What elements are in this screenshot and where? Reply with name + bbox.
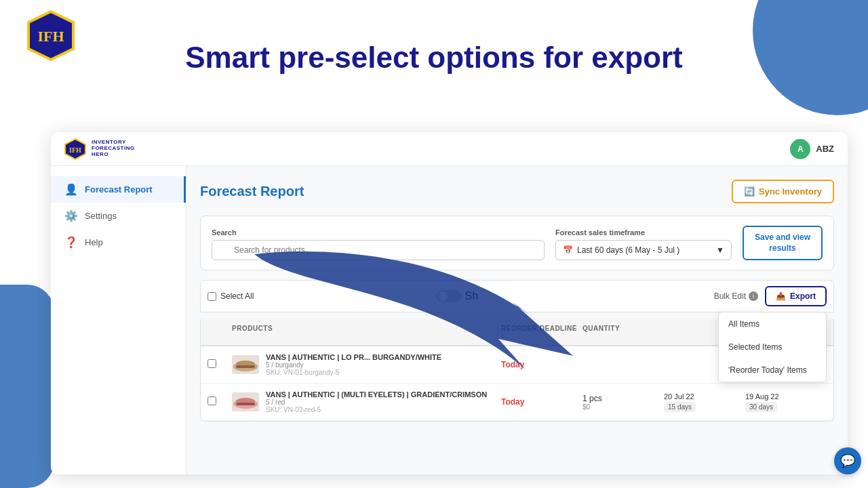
row2-name: VANS | AUTHENTIC | (MULTI EYELETS) | GRA… [266, 390, 501, 399]
app-header: IFH INVENTORY FORECASTING HERO A ABZ [51, 132, 848, 166]
row2-sku: SKU: VN-02-red-5 [266, 406, 501, 413]
table-row: VANS | AUTHENTIC | (MULTI EYELETS) | GRA… [201, 384, 833, 421]
user-name: ABZ [816, 144, 834, 154]
show-toggle[interactable] [437, 290, 461, 302]
app-logo-text: INVENTORY FORECASTING HERO [92, 140, 135, 157]
select-all-checkbox[interactable] [208, 292, 216, 301]
row2-qty: 1 pcs $0 [583, 394, 664, 411]
export-btn-label: Export [790, 291, 816, 301]
row1-checkbox[interactable] [208, 359, 216, 368]
gear-icon: ⚙️ [64, 209, 78, 222]
banner-logo: IFH [27, 10, 75, 64]
search-label: Search [212, 228, 545, 237]
timeframe-label: Forecast sales timeframe [555, 228, 732, 237]
svg-text:IFH: IFH [37, 28, 64, 45]
col-products: PRODUCTS [232, 325, 501, 340]
chevron-down-icon: ▼ [716, 245, 724, 255]
row2-reorder: Today [501, 397, 583, 407]
banner-title: Smart pre-select options for export [185, 41, 682, 75]
sidebar-item-forecast-label: Forecast Report [85, 184, 153, 195]
row2-order-date: 19 Aug 22 30 days [745, 392, 827, 412]
bulk-edit-label: Bulk Edit [714, 291, 746, 301]
chat-button[interactable]: 💬 [834, 447, 861, 474]
sidebar-item-help-label: Help [85, 237, 103, 247]
row1-name: VANS | AUTHENTIC | LO PR... BURGANDY/WHI… [266, 353, 501, 361]
app-window: IFH INVENTORY FORECASTING HERO A ABZ 👤 F… [51, 132, 848, 474]
row2-checkbox[interactable] [208, 396, 216, 405]
save-btn-line2: results [769, 243, 795, 253]
calendar-icon: 📅 [563, 245, 573, 255]
timeframe-value: Last 60 days (6 May - 5 Jul ) [577, 245, 679, 255]
toggle-wrap: Sh [437, 290, 479, 302]
help-icon: ❓ [64, 236, 78, 249]
forecast-icon: 👤 [64, 183, 78, 196]
main-content: Forecast Report 🔄 Sync Inventory Search … [186, 166, 848, 474]
sidebar: 👤 Forecast Report ⚙️ Settings ❓ Help [51, 166, 186, 474]
row2-product-details: VANS | AUTHENTIC | (MULTI EYELETS) | GRA… [266, 390, 501, 413]
row1-variant: 5 / burgandy [266, 361, 501, 369]
select-all-wrap: Select All [208, 291, 430, 301]
save-btn-line1: Save and view [755, 232, 810, 242]
row1-product-info: VANS | AUTHENTIC | LO PR... BURGANDY/WHI… [232, 353, 501, 376]
search-group: Search 🔍 [212, 228, 545, 260]
toggle-knob [438, 291, 448, 301]
user-badge: A ABZ [790, 139, 834, 159]
export-selected-items[interactable]: Selected Items [719, 336, 826, 359]
search-input[interactable] [212, 240, 545, 260]
row2-product-info: VANS | AUTHENTIC | (MULTI EYELETS) | GRA… [232, 390, 501, 413]
export-icon: 📤 [776, 291, 786, 301]
col-quantity: QUANTITY [583, 325, 664, 340]
row2-deadline: 20 Jul 22 15 days [664, 392, 745, 412]
row1-sku: SKU: VN-01-burgandy-5 [266, 369, 501, 376]
main-header: Forecast Report 🔄 Sync Inventory [200, 180, 834, 203]
app-logo: IFH INVENTORY FORECASTING HERO [64, 138, 135, 160]
info-icon: i [749, 291, 758, 301]
export-dropdown: All Items Selected Items 'Reorder Today'… [718, 312, 827, 382]
app-body: 👤 Forecast Report ⚙️ Settings ❓ Help For… [51, 166, 848, 474]
export-button[interactable]: 📤 Export [765, 286, 827, 306]
col-check [208, 325, 232, 340]
decorative-sidebar-bg [0, 285, 54, 488]
col-reorder: REORDER DEADLINE ↑ [501, 325, 583, 340]
row1-product-details: VANS | AUTHENTIC | LO PR... BURGANDY/WHI… [266, 353, 501, 376]
svg-text:IFH: IFH [69, 146, 81, 154]
sidebar-item-settings-label: Settings [85, 211, 117, 221]
sidebar-item-settings[interactable]: ⚙️ Settings [51, 203, 186, 229]
decorative-curve [746, 0, 868, 115]
export-wrap: 📤 Export All Items Selected Items 'Reord… [765, 286, 827, 306]
row2-variant: 5 / red [266, 399, 501, 406]
sync-btn-label: Sync Inventory [759, 186, 822, 197]
export-reorder-today-items[interactable]: 'Reorder Today' Items [719, 359, 826, 382]
svg-rect-6 [236, 365, 255, 368]
row1-product-img [232, 355, 259, 374]
sidebar-item-forecast[interactable]: 👤 Forecast Report [51, 176, 186, 203]
select-all-label: Select All [220, 291, 254, 301]
timeframe-group: Forecast sales timeframe 📅 Last 60 days … [555, 228, 732, 260]
row2-product-img [232, 392, 259, 411]
sync-inventory-button[interactable]: 🔄 Sync Inventory [732, 180, 834, 203]
table-controls: Select All Sh Bulk Edit i 📤 Export [200, 280, 834, 312]
sync-icon: 🔄 [744, 186, 755, 197]
row1-reorder: Today [501, 360, 583, 369]
timeframe-select[interactable]: 📅 Last 60 days (6 May - 5 Jul ) ▼ [555, 240, 732, 260]
top-banner: IFH Smart pre-select options for export [0, 0, 868, 115]
svg-rect-9 [236, 403, 255, 405]
avatar: A [790, 139, 810, 159]
page-title: Forecast Report [200, 184, 304, 199]
sidebar-item-help[interactable]: ❓ Help [51, 229, 186, 256]
export-all-items[interactable]: All Items [719, 312, 826, 336]
save-view-results-button[interactable]: Save and view results [743, 226, 823, 260]
chat-icon: 💬 [840, 453, 855, 468]
search-wrap: 🔍 [212, 240, 545, 260]
bulk-edit-wrap: Bulk Edit i [714, 291, 758, 301]
search-row: Search 🔍 Forecast sales timeframe 📅 Last… [200, 216, 834, 270]
show-label: Sh [465, 290, 479, 302]
